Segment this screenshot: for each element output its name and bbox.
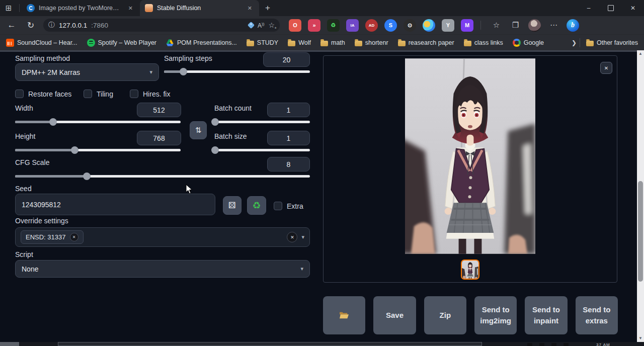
bookmark-other-favorites[interactable]: Other favorites — [586, 39, 638, 46]
script-dropdown[interactable]: None ▾ — [15, 260, 310, 278]
site-info-icon[interactable]: ⓘ — [48, 21, 55, 30]
green-trash-icon[interactable]: ♻ — [327, 19, 340, 32]
checkbox-box[interactable] — [15, 90, 24, 98]
bookmark-soundcloud-hear[interactable]: SoundCloud – Hear... — [6, 39, 77, 47]
adblock-icon[interactable]: AD — [365, 19, 378, 32]
send-to-extras-button[interactable]: Send to extras — [576, 296, 618, 334]
location-pin-icon[interactable]: ⊙ — [404, 19, 416, 32]
folder-icon — [464, 41, 471, 46]
height-input[interactable]: 768 — [137, 131, 181, 145]
workspaces-icon[interactable]: ⊞ — [0, 4, 17, 13]
bookmark-reasearch-paper[interactable]: reasearch paper — [398, 39, 454, 46]
tab-close-icon[interactable]: ✕ — [246, 4, 254, 13]
gallery-thumbnail-selected[interactable] — [461, 260, 479, 280]
batch-size-input[interactable]: 1 — [267, 131, 310, 145]
profile-avatar[interactable] — [528, 19, 541, 32]
hires-fix-checkbox[interactable]: Hires. fix — [130, 90, 170, 98]
width-label: Width — [15, 104, 33, 112]
hscroll-left-button[interactable] — [0, 342, 19, 346]
chevron-down-icon[interactable]: ▾ — [301, 234, 304, 240]
cfg-scale-input[interactable]: 8 — [267, 157, 310, 171]
sampling-method-dropdown[interactable]: DPM++ 2M Karras ▾ — [15, 63, 159, 81]
maximize-button[interactable] — [600, 0, 622, 16]
bookmark-math[interactable]: math — [320, 39, 345, 46]
tab-stable-diffusion[interactable]: Stable Diffusion ✕ — [140, 0, 259, 16]
bookmark-pom-presentations[interactable]: POM Presentations... — [166, 39, 237, 47]
slider-handle[interactable] — [211, 146, 219, 154]
seed-input[interactable] — [15, 194, 215, 215]
y-extension-icon[interactable]: Y — [442, 19, 454, 32]
generated-image[interactable] — [405, 58, 535, 254]
slider-handle[interactable] — [180, 68, 187, 75]
shazam-icon[interactable]: S — [384, 19, 397, 32]
more-options-icon[interactable]: ⋯ — [547, 19, 560, 32]
scrollbar-thumb[interactable] — [638, 181, 643, 282]
send-to-img2img-button[interactable]: Send to img2img — [474, 296, 517, 334]
collections-icon[interactable]: ❐ — [509, 19, 522, 32]
bookmark-class-links[interactable]: class links — [464, 39, 503, 46]
clear-all-icon[interactable]: ✕ — [287, 232, 297, 242]
add-favorite-icon[interactable]: ☆ — [268, 21, 275, 29]
bookmark-wolf[interactable]: Wolf — [288, 39, 311, 46]
slider-handle[interactable] — [71, 146, 78, 154]
globe-extension-icon[interactable] — [423, 19, 435, 32]
reuse-seed-button[interactable]: ♻ — [247, 196, 266, 215]
sampling-steps-input[interactable]: 20 — [263, 52, 310, 67]
width-input[interactable]: 512 — [137, 103, 181, 117]
checkbox-box[interactable] — [274, 202, 282, 210]
open-folder-button[interactable] — [323, 296, 365, 334]
random-seed-button[interactable]: ⚄ — [223, 196, 242, 215]
close-gallery-button[interactable]: ✕ — [600, 62, 612, 74]
o-extension-icon[interactable]: O — [289, 19, 301, 32]
batch-size-slider[interactable] — [214, 146, 310, 154]
tab-close-icon[interactable]: ✕ — [126, 4, 135, 13]
close-window-button[interactable]: ✕ — [622, 0, 644, 16]
bookmark-study[interactable]: STUDY — [247, 39, 278, 46]
cfg-scale-slider[interactable] — [15, 172, 310, 180]
favorites-icon[interactable]: ☆ — [490, 19, 503, 32]
video-speed-icon[interactable]: » — [308, 19, 320, 32]
bing-chat-icon[interactable]: b — [567, 19, 579, 32]
scroll-up-arrow[interactable]: ▲ — [637, 50, 644, 57]
swap-dimensions-button[interactable]: ⇅ — [190, 121, 207, 139]
slider-handle[interactable] — [211, 118, 219, 126]
hscrollbar-thumb[interactable] — [58, 342, 482, 346]
extra-checkbox[interactable]: Extra — [274, 202, 303, 210]
shopping-tag-icon[interactable] — [248, 22, 255, 29]
restore-faces-checkbox[interactable]: Restore faces — [15, 90, 71, 98]
output-gallery: ✕ — [323, 55, 617, 283]
send-to-inpaint-button[interactable]: Send to inpaint — [525, 296, 567, 334]
bookmarks-bar: SoundCloud – Hear...Spotify – Web Player… — [0, 34, 644, 50]
width-slider[interactable] — [15, 118, 181, 126]
slider-handle[interactable] — [83, 172, 91, 180]
address-bar[interactable]: ⓘ 127.0.0.1 :7860 A)) ☆ — [43, 19, 280, 32]
slider-handle[interactable] — [49, 118, 57, 126]
batch-count-input[interactable]: 1 — [267, 103, 310, 117]
back-button[interactable]: ← — [4, 20, 19, 30]
tab-image-posted[interactable]: C Image posted by TwoMoreTimes ✕ — [22, 0, 140, 16]
save-button[interactable]: Save — [373, 296, 416, 334]
read-aloud-icon[interactable]: A)) — [258, 22, 264, 29]
scroll-down-arrow[interactable]: ▼ — [637, 335, 644, 342]
zip-button[interactable]: Zip — [424, 296, 466, 334]
bookmarks-overflow-chevron[interactable]: ❯ — [572, 39, 577, 46]
checkbox-box[interactable] — [130, 90, 138, 98]
checkbox-box[interactable] — [84, 90, 92, 98]
height-slider[interactable] — [15, 146, 181, 154]
bookmark-shortenr[interactable]: shortenr — [355, 39, 388, 46]
minimize-button[interactable]: – — [578, 0, 600, 16]
sampling-steps-slider[interactable] — [164, 68, 310, 75]
refresh-button[interactable]: ↻ — [23, 20, 38, 31]
bookmark-google[interactable]: Google — [513, 39, 544, 47]
remove-token-icon[interactable]: ✕ — [70, 233, 78, 241]
batch-count-slider[interactable] — [214, 118, 310, 126]
tiling-checkbox[interactable]: Tiling — [84, 90, 113, 98]
override-token[interactable]: ENSD: 31337 ✕ — [21, 230, 84, 244]
new-tab-button[interactable]: + — [265, 3, 270, 13]
horizontal-scrollbar[interactable]: 37 AM — [0, 342, 644, 346]
bookmark-spotify-web-player[interactable]: Spotify – Web Player — [87, 39, 157, 47]
ia-extension-icon[interactable]: IA — [346, 19, 359, 32]
vertical-scrollbar[interactable]: ▲ ▼ — [637, 50, 644, 342]
monica-icon[interactable]: M — [461, 19, 473, 32]
override-settings-box[interactable]: ENSD: 31337 ✕ ✕ ▾ — [15, 227, 310, 247]
